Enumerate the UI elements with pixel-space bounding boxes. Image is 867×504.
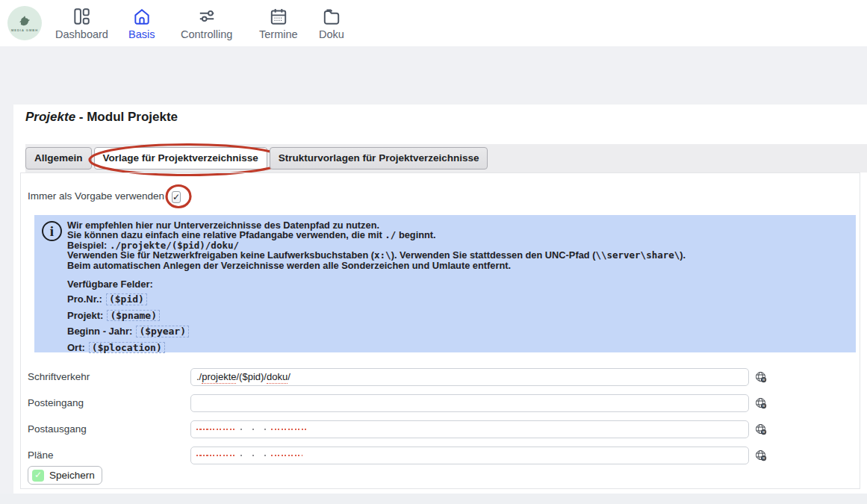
form-row-schriftverkehr: Schriftverkehr ./projekte/($pid)/doku/ w [28, 368, 853, 386]
info-line-4: Verwenden Sie für Netzwerkfreigaben kein… [67, 250, 848, 260]
home-icon [132, 6, 152, 27]
field-code: ($pyear) [136, 326, 189, 337]
nav-item-doku[interactable]: Doku [319, 6, 344, 40]
nav-label: Dashboard [55, 28, 108, 40]
info-line-2: Sie können dazu einfach eine relative Pf… [67, 230, 848, 240]
dashboard-icon [72, 6, 91, 27]
logo-text: MEDIA GMBH [11, 28, 38, 32]
top-navigation: MEDIA GMBH Dashboard Basis [0, 0, 867, 46]
info-box: i Wir empfehlen hier nur Unterverzeichni… [34, 215, 856, 352]
postausgang-input[interactable] [190, 420, 749, 438]
field-code: ($pid) [106, 293, 147, 305]
info-line-3: Beispiel: ./projekte/($pid)/doku/ [67, 240, 848, 250]
globe-icon[interactable]: w [755, 397, 767, 409]
globe-icon[interactable]: w [755, 371, 767, 383]
info-line-5: Beim automatischen Anlegen der Verzeichn… [67, 261, 848, 270]
fields-title: Verfügbare Felder: [67, 279, 848, 289]
nav-label: Controlling [181, 28, 232, 40]
form-row-plaene: Pläne w [28, 447, 853, 464]
posteingang-input[interactable] [190, 394, 749, 412]
page-header: ← Konfiguration [0, 46, 867, 105]
info-line-1: Wir empfehlen hier nur Unterverzeichniss… [67, 220, 848, 230]
tab-panel: Immer als Vorgabe verwenden ✓ i Wir empf… [20, 172, 860, 489]
save-button-label: Speichern [49, 470, 95, 481]
checkbox-label: Immer als Vorgabe verwenden [28, 190, 164, 202]
tab-vorlage-projektverzeichnisse[interactable]: Vorlage für Projektverzeichnisse [94, 147, 267, 169]
nav-item-basis[interactable]: Basis [128, 6, 155, 40]
schriftverkehr-input[interactable]: ./projekte/($pid)/doku/ [190, 368, 749, 386]
tab-strip: Allgemein Vorlage für Projektverzeichnis… [25, 144, 867, 172]
field-label: Postausgang [28, 420, 87, 438]
check-icon: ✓ [32, 470, 44, 482]
default-checkbox[interactable]: ✓ [172, 191, 181, 203]
module-title-italic: Projekte [25, 110, 75, 124]
sliders-icon [197, 6, 217, 27]
field-code: ($pname) [107, 310, 160, 321]
folder-icon [322, 6, 341, 27]
plaene-input[interactable] [190, 447, 749, 464]
nav-label: Termine [259, 28, 298, 40]
module-title-rest: - Modul Projekte [75, 110, 178, 124]
default-checkbox-row: Immer als Vorgabe verwenden ✓ [28, 187, 184, 204]
form-row-posteingang: Posteingang w [28, 394, 853, 412]
nav-item-controlling[interactable]: Controlling [181, 6, 232, 40]
content-card: Projekte - Modul Projekte Allgemein Vorl… [13, 105, 867, 494]
field-label: Posteingang [28, 394, 84, 412]
nav-item-termine[interactable]: Termine [259, 6, 298, 40]
nav-item-dashboard[interactable]: Dashboard [55, 6, 108, 40]
field-row-plocation: Ort:($plocation) [67, 342, 848, 353]
nav-label: Basis [128, 28, 155, 40]
company-logo[interactable]: MEDIA GMBH [7, 6, 42, 40]
globe-icon[interactable]: w [755, 423, 767, 435]
field-code: ($plocation) [89, 342, 165, 353]
nav-label: Doku [319, 28, 344, 40]
field-label: Pläne [28, 447, 54, 464]
field-row-pid: Pro.Nr.:($pid) [67, 293, 848, 305]
save-button[interactable]: ✓ Speichern [28, 466, 102, 485]
spellcheck-marks [196, 449, 302, 461]
calendar-icon [269, 6, 288, 27]
globe-icon[interactable]: w [755, 449, 767, 461]
form-row-postausgang: Postausgang w [28, 420, 853, 438]
tab-allgemein[interactable]: Allgemein [25, 147, 92, 169]
field-label: Schriftverkehr [28, 368, 90, 386]
field-row-pname: Projekt:($pname) [67, 310, 848, 321]
module-title: Projekte - Modul Projekte [25, 110, 178, 125]
info-icon: i [42, 221, 62, 241]
page-bottom-gutter [0, 494, 867, 504]
bird-logo-icon [16, 14, 34, 29]
tab-strukturvorlagen[interactable]: Strukturvorlagen für Projektverzeichniss… [270, 147, 488, 169]
field-row-pyear: Beginn - Jahr:($pyear) [67, 326, 848, 337]
spellcheck-marks [196, 423, 307, 435]
